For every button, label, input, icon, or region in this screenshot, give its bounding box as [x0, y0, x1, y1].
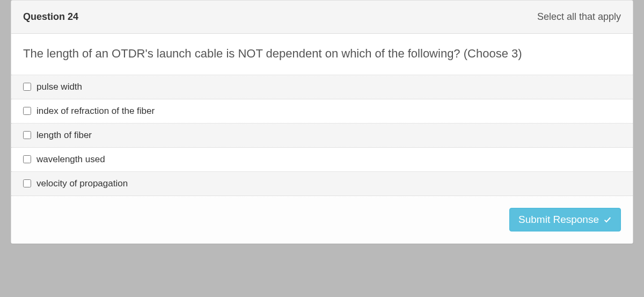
option-row[interactable]: pulse width	[11, 75, 633, 99]
option-label: index of refraction of the fiber	[36, 106, 155, 117]
option-label: wavelength used	[36, 154, 105, 165]
card-header: Question 24 Select all that apply	[11, 1, 633, 34]
question-number: Question 24	[23, 11, 78, 23]
check-icon	[603, 215, 612, 224]
option-row[interactable]: index of refraction of the fiber	[11, 99, 633, 124]
option-checkbox[interactable]	[23, 107, 31, 115]
question-hint: Select all that apply	[537, 11, 621, 23]
card-footer: Submit Response	[11, 196, 633, 243]
option-row[interactable]: wavelength used	[11, 148, 633, 172]
option-checkbox[interactable]	[23, 83, 31, 91]
option-label: velocity of propagation	[36, 178, 128, 189]
option-checkbox[interactable]	[23, 131, 31, 139]
option-row[interactable]: velocity of propagation	[11, 172, 633, 196]
submit-label: Submit Response	[518, 214, 599, 226]
option-row[interactable]: length of fiber	[11, 124, 633, 148]
question-card: Question 24 Select all that apply The le…	[11, 0, 633, 244]
option-label: length of fiber	[36, 130, 92, 141]
submit-button[interactable]: Submit Response	[509, 208, 621, 231]
option-checkbox[interactable]	[23, 179, 31, 187]
options-list: pulse width index of refraction of the f…	[11, 75, 633, 196]
question-text: The length of an OTDR's launch cable is …	[11, 34, 633, 75]
option-checkbox[interactable]	[23, 155, 31, 163]
option-label: pulse width	[36, 82, 82, 92]
